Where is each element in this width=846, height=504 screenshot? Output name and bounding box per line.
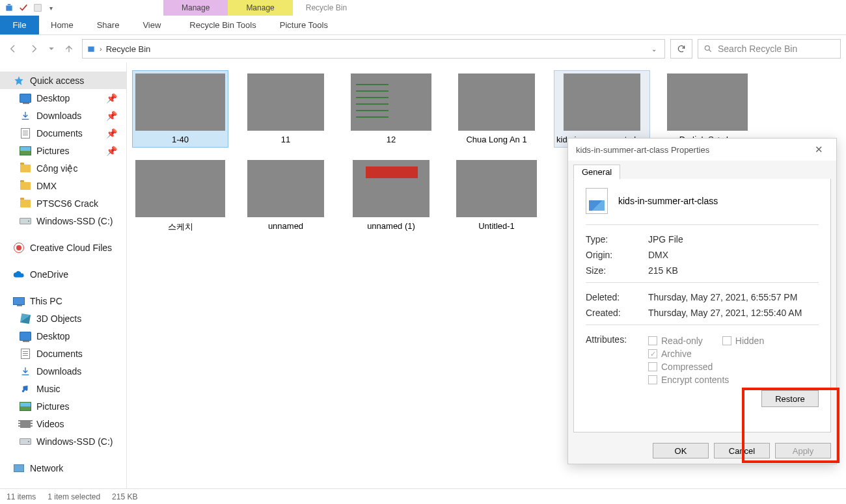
thumbnail: [247, 160, 324, 217]
thumbnail: [456, 160, 537, 217]
sidebar-item-pc-desktop[interactable]: Desktop: [0, 327, 126, 345]
sidebar-item-folder[interactable]: DMX: [0, 177, 126, 194]
file-item[interactable]: 1-40: [132, 70, 228, 148]
file-item[interactable]: Du lịch Sơn La: [659, 70, 756, 148]
pc-icon: [13, 297, 25, 305]
thumbnail: [353, 160, 430, 217]
breadcrumb-location[interactable]: Recycle Bin: [106, 44, 151, 54]
star-icon: [13, 75, 25, 86]
creative-cloud-icon: [14, 243, 24, 253]
sidebar-item-music[interactable]: Music: [0, 380, 126, 397]
search-icon: [703, 44, 713, 53]
refresh-button[interactable]: [670, 39, 692, 59]
file-item[interactable]: Untitled-1: [448, 157, 545, 236]
restore-button[interactable]: Restore: [761, 390, 819, 407]
contextual-tab-manage-recyclebin[interactable]: Manage: [163, 0, 228, 16]
close-button[interactable]: ✕: [810, 141, 828, 158]
view-tab[interactable]: View: [131, 16, 172, 34]
sidebar-item-pictures[interactable]: Pictures📌: [0, 142, 126, 159]
document-icon: [21, 128, 30, 139]
property-filename: kids-in-summer-art-class: [618, 196, 718, 206]
thumbnail: [135, 73, 225, 131]
ok-button[interactable]: OK: [653, 443, 709, 458]
home-tab[interactable]: Home: [39, 16, 85, 34]
sidebar-item-documents[interactable]: Documents📌: [0, 124, 126, 142]
up-button[interactable]: [61, 41, 77, 57]
pin-icon: 📌: [106, 93, 117, 103]
download-icon: [20, 110, 31, 122]
search-placeholder: Search Recycle Bin: [718, 44, 797, 54]
sidebar-item-pc-drive[interactable]: Windows-SSD (C:): [0, 432, 126, 450]
sidebar-item-network[interactable]: Network: [0, 459, 126, 477]
file-item[interactable]: kids-in-summer-art-class: [554, 70, 650, 148]
sidebar-item-this-pc[interactable]: This PC: [0, 292, 126, 310]
window-title: Recycle Bin: [293, 3, 347, 12]
file-item[interactable]: unnamed (1): [343, 157, 439, 236]
attr-hidden-checkbox: Hidden: [722, 336, 764, 346]
sidebar-item-label: Pictures: [36, 401, 70, 412]
sidebar-item-folder[interactable]: Công việc: [0, 159, 126, 177]
attr-archive-checkbox: ✓Archive: [648, 349, 692, 359]
folder-icon: [20, 200, 31, 207]
file-name: Chua Long An 1: [466, 135, 526, 144]
recent-locations-dropdown[interactable]: [47, 41, 56, 57]
dialog-title: kids-in-summer-art-class Properties: [576, 145, 709, 155]
file-type-icon: [586, 188, 608, 214]
sidebar-item-desktop[interactable]: Desktop📌: [0, 89, 126, 107]
properties-icon[interactable]: [18, 3, 29, 13]
file-tab[interactable]: File: [0, 16, 39, 34]
address-history-dropdown[interactable]: ⌄: [648, 46, 661, 53]
address-bar[interactable]: › Recycle Bin ⌄: [82, 39, 665, 59]
sidebar-quick-access[interactable]: Quick access: [0, 72, 126, 89]
cancel-button[interactable]: Cancel: [714, 443, 770, 458]
file-name: 스케치: [168, 221, 193, 233]
file-name: unnamed: [268, 221, 303, 231]
status-selection: 1 item selected: [48, 492, 100, 501]
svg-rect-3: [88, 47, 94, 52]
status-item-count: 11 items: [7, 492, 36, 501]
property-key: Created:: [586, 308, 648, 318]
attr-readonly-checkbox: Read-only: [648, 336, 703, 346]
property-key: Attributes:: [586, 334, 648, 345]
address-bar-row: › Recycle Bin ⌄ Search Recycle Bin: [0, 35, 846, 62]
file-item[interactable]: 스케치: [132, 157, 228, 236]
property-key: Origin:: [586, 250, 648, 260]
sidebar-item-drive[interactable]: Windows-SSD (C:): [0, 212, 126, 230]
new-folder-icon[interactable]: [33, 3, 43, 13]
sidebar-item-creative-cloud[interactable]: Creative Cloud Files: [0, 239, 126, 256]
dialog-title-bar[interactable]: kids-in-summer-art-class Properties ✕: [568, 139, 836, 161]
file-item[interactable]: Chua Long An 1: [448, 70, 545, 148]
sidebar-item-folder[interactable]: PTSCS6 Crack: [0, 194, 126, 212]
file-item[interactable]: 12: [343, 70, 439, 148]
forward-button[interactable]: [26, 41, 42, 57]
sidebar-item-label: Windows-SSD (C:): [36, 436, 113, 447]
qat-dropdown-icon[interactable]: ▾: [47, 5, 55, 12]
music-icon: [20, 383, 31, 395]
sidebar-item-downloads[interactable]: Downloads📌: [0, 107, 126, 124]
sidebar-item-label: Music: [36, 384, 61, 394]
search-box[interactable]: Search Recycle Bin: [698, 39, 841, 59]
pictures-icon: [20, 402, 31, 411]
contextual-tab-manage-picture[interactable]: Manage: [228, 0, 292, 16]
picture-tools-tab[interactable]: Picture Tools: [268, 16, 340, 34]
back-button[interactable]: [5, 41, 21, 57]
dialog-tabs: General: [568, 161, 836, 179]
sidebar-item-videos[interactable]: Videos: [0, 415, 126, 432]
attr-compressed-checkbox: Compressed: [648, 362, 713, 372]
sidebar-item-3d-objects[interactable]: 3D Objects: [0, 310, 126, 327]
file-item[interactable]: 11: [238, 70, 334, 148]
sidebar-item-pc-downloads[interactable]: Downloads: [0, 362, 126, 380]
file-name: 11: [281, 135, 290, 144]
property-value: JPG File: [648, 234, 819, 245]
recycle-bin-tools-tab[interactable]: Recycle Bin Tools: [178, 16, 267, 34]
file-item[interactable]: unnamed: [238, 157, 334, 236]
sidebar-item-onedrive[interactable]: OneDrive: [0, 265, 126, 283]
sidebar-item-pc-documents[interactable]: Documents: [0, 345, 126, 362]
sidebar-item-pc-pictures[interactable]: Pictures: [0, 397, 126, 415]
network-icon: [14, 464, 24, 472]
share-tab[interactable]: Share: [85, 16, 131, 34]
sidebar-item-label: Downloads: [36, 111, 81, 121]
apply-button[interactable]: Apply: [775, 443, 831, 458]
breadcrumb-separator[interactable]: ›: [100, 45, 102, 53]
tab-general[interactable]: General: [573, 165, 620, 179]
